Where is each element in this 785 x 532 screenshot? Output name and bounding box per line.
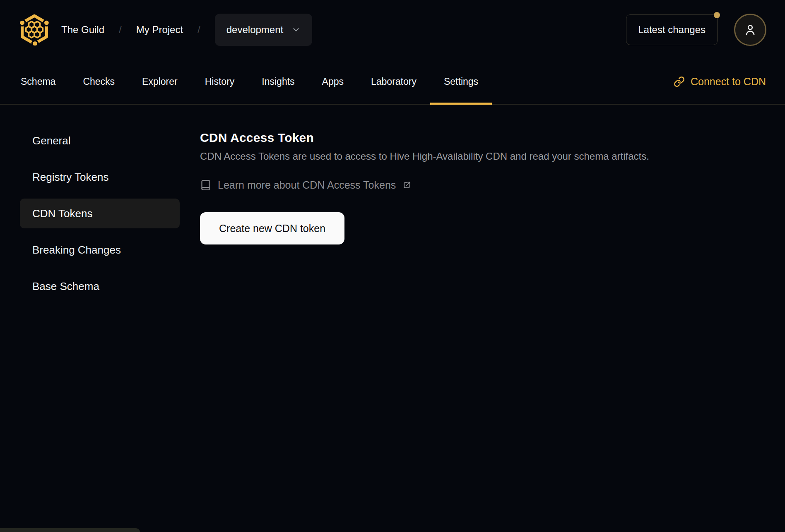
breadcrumb-org[interactable]: The Guild [61,24,104,36]
tab-history[interactable]: History [191,60,248,104]
breadcrumb-project[interactable]: My Project [136,24,183,36]
user-icon [743,23,757,37]
header-actions: Latest changes [626,14,766,46]
target-selector-dropdown[interactable]: development [215,14,312,46]
connect-to-cdn-label: Connect to CDN [691,76,766,88]
external-link-icon [402,181,411,189]
user-avatar-button[interactable] [734,14,766,46]
settings-sidenav: General Registry Tokens CDN Tokens Break… [20,126,180,301]
app-header: The Guild / My Project / development Lat… [0,0,785,60]
create-cdn-token-button[interactable]: Create new CDN token [200,212,344,244]
project-tabbar: Schema Checks Explorer History Insights … [0,60,785,105]
tab-checks[interactable]: Checks [69,60,128,104]
tab-laboratory[interactable]: Laboratory [357,60,430,104]
tabbar-right: Connect to CDN [674,60,778,104]
settings-content: General Registry Tokens CDN Tokens Break… [0,105,785,301]
book-icon [200,180,211,191]
cdn-token-panel: CDN Access Token CDN Access Tokens are u… [200,126,765,301]
breadcrumb: The Guild / My Project / development [61,14,312,46]
sidenav-item-registry-tokens[interactable]: Registry Tokens [20,162,180,192]
learn-more-label: Learn more about CDN Access Tokens [218,179,396,191]
bottom-toast-peek [0,528,140,532]
hive-logo-icon[interactable] [19,14,50,46]
learn-more-link[interactable]: Learn more about CDN Access Tokens [200,179,411,191]
sidenav-item-base-schema[interactable]: Base Schema [20,271,180,301]
page-description: CDN Access Tokens are used to access to … [200,151,765,162]
notification-dot [714,12,720,18]
tab-insights[interactable]: Insights [248,60,308,104]
chevron-down-icon [291,25,301,34]
target-selector-value: development [226,24,283,36]
latest-changes-button[interactable]: Latest changes [626,14,718,45]
tab-explorer[interactable]: Explorer [128,60,191,104]
connect-to-cdn-link[interactable]: Connect to CDN [674,76,766,88]
tab-apps[interactable]: Apps [308,60,357,104]
link-chain-icon [674,76,685,87]
sidenav-item-breaking-changes[interactable]: Breaking Changes [20,235,180,265]
breadcrumb-separator: / [197,24,200,36]
latest-changes-label: Latest changes [638,24,706,35]
tab-settings[interactable]: Settings [430,60,492,104]
page-title: CDN Access Token [200,131,765,145]
sidenav-item-general[interactable]: General [20,126,180,156]
sidenav-item-cdn-tokens[interactable]: CDN Tokens [20,199,180,228]
tab-schema[interactable]: Schema [7,60,69,104]
breadcrumb-separator: / [119,24,122,36]
